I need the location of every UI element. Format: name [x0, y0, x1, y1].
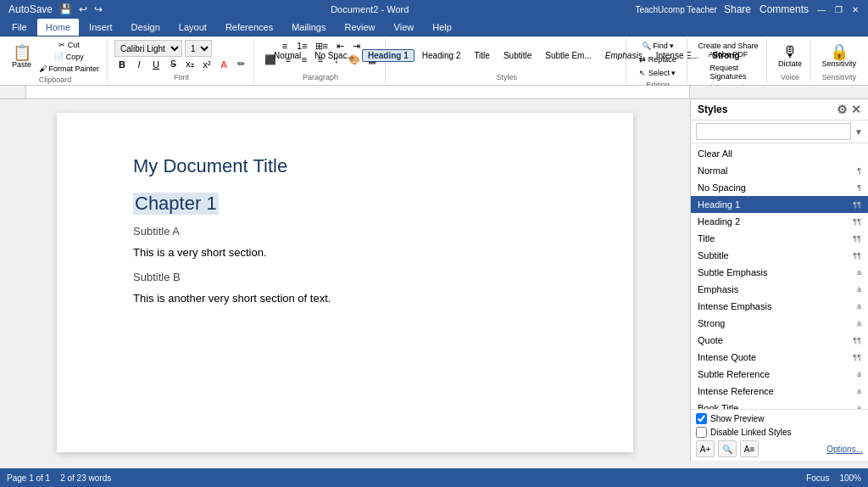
document-title: Document2 - Word	[104, 4, 635, 14]
style-list-item[interactable]: Clear All	[691, 145, 868, 162]
paragraph-label: Paragraph	[303, 71, 338, 81]
dictate-button[interactable]: 🎙 Dictate	[775, 40, 805, 71]
redo-button[interactable]: ↪	[92, 3, 104, 15]
style-list-item[interactable]: Subtitle¶¶	[691, 247, 868, 264]
new-style-button[interactable]: A+	[696, 440, 715, 457]
style-list-item[interactable]: Quote¶¶	[691, 332, 868, 349]
subtitle-b-text: Subtitle B	[133, 271, 557, 283]
style-heading1[interactable]: Heading 1	[362, 49, 415, 62]
paste-button[interactable]: 📋 Paste	[8, 40, 35, 74]
styles-footer: Show Preview Disable Linked Styles A+ 🔍 …	[691, 409, 868, 461]
highlight-button[interactable]: ✏	[233, 58, 248, 70]
restore-button[interactable]: ❐	[832, 3, 844, 15]
replace-button[interactable]: ⇄ Replace	[636, 53, 680, 65]
style-list-item[interactable]: Intense Referencea	[691, 383, 868, 400]
style-item-badge: ¶	[848, 166, 861, 175]
autosave-toggle[interactable]: AutoSave	[7, 3, 54, 15]
italic-button[interactable]: I	[131, 59, 147, 70]
style-list-item[interactable]: Heading 2¶¶	[691, 213, 868, 230]
tab-review[interactable]: Review	[337, 19, 384, 36]
minimize-button[interactable]: —	[815, 3, 827, 15]
style-list-item[interactable]: Title¶¶	[691, 230, 868, 247]
tab-insert[interactable]: Insert	[81, 19, 121, 36]
style-list-item[interactable]: No Spacing¶	[691, 179, 868, 196]
document-page[interactable]: My Document Title Chapter 1 Subtitle A T…	[57, 113, 633, 452]
styles-sort-button[interactable]: ▼	[854, 127, 863, 137]
request-signatures-button[interactable]: RequestSignatures	[706, 62, 749, 82]
tab-help[interactable]: Help	[424, 19, 460, 36]
undo-button[interactable]: ↩	[77, 3, 89, 15]
style-item-name: Title	[698, 233, 848, 244]
style-list-item[interactable]: Intense Quote¶¶	[691, 349, 868, 366]
style-item-name: Quote	[698, 335, 848, 345]
style-list-item[interactable]: Book Titlea	[691, 400, 868, 409]
style-item-name: Heading 1	[698, 199, 848, 210]
tab-layout[interactable]: Layout	[170, 19, 215, 36]
show-preview-checkbox[interactable]	[696, 413, 707, 424]
styles-options-button[interactable]: Options...	[826, 445, 863, 454]
style-subtitle[interactable]: Subtitle	[498, 49, 537, 62]
word-count: 2 of 23 words	[60, 473, 111, 483]
style-list-item[interactable]: Emphasisa	[691, 281, 868, 298]
comments-button[interactable]: Comments	[758, 3, 810, 15]
style-title[interactable]: Title	[468, 49, 496, 62]
superscript-button[interactable]: x²	[199, 59, 214, 70]
manage-styles-button[interactable]: A≡	[740, 440, 759, 457]
show-preview-label: Show Preview	[710, 414, 764, 423]
font-size-select[interactable]: 16	[185, 40, 212, 57]
style-item-badge: ¶¶	[848, 353, 861, 361]
disable-linked-label: Disable Linked Styles	[710, 428, 792, 437]
styles-panel-options-button[interactable]: ⚙	[837, 103, 848, 116]
create-share-adobe-button[interactable]: Create and ShareAdobe PDF	[694, 40, 761, 60]
tab-design[interactable]: Design	[123, 19, 169, 36]
disable-linked-checkbox[interactable]	[696, 427, 707, 438]
style-list-item[interactable]: Subtle Referencea	[691, 366, 868, 383]
subtitle-a-text: Subtitle A	[133, 225, 557, 238]
styles-group-label: Styles	[496, 71, 517, 81]
style-item-name: No Spacing	[698, 182, 848, 193]
style-heading2[interactable]: Heading 2	[416, 49, 467, 62]
tab-home[interactable]: Home	[37, 19, 79, 36]
select-button[interactable]: ↖ Select ▾	[636, 67, 679, 79]
page-info: Page 1 of 1	[7, 473, 50, 483]
save-button[interactable]: 💾	[58, 3, 74, 15]
style-list-item[interactable]: Normal¶	[691, 162, 868, 179]
close-button[interactable]: ✕	[849, 3, 861, 15]
focus-mode[interactable]: Focus	[806, 473, 829, 483]
underline-button[interactable]: U	[148, 59, 164, 70]
subscript-button[interactable]: x₂	[182, 58, 198, 70]
find-button[interactable]: 🔍 Find ▾	[638, 40, 678, 52]
styles-list[interactable]: Clear AllNormal¶No Spacing¶Heading 1¶¶He…	[691, 143, 868, 409]
document-area[interactable]: My Document Title Chapter 1 Subtitle A T…	[0, 99, 690, 461]
zoom-level[interactable]: 100%	[839, 473, 861, 483]
style-item-badge: a	[848, 319, 861, 327]
cut-button[interactable]: ✂ Cut	[36, 40, 102, 50]
share-button[interactable]: Share	[722, 3, 753, 15]
voice-controls: 🎙 Dictate	[775, 40, 805, 71]
font-color-button[interactable]: A	[216, 59, 231, 70]
tab-view[interactable]: View	[386, 19, 423, 36]
styles-panel-close-button[interactable]: ✕	[851, 103, 861, 116]
font-name-select[interactable]: Calibri Light	[114, 40, 182, 57]
tab-file[interactable]: File	[3, 19, 36, 36]
style-normal[interactable]: Normal	[268, 49, 307, 62]
style-list-item[interactable]: Stronga	[691, 315, 868, 332]
tab-mailings[interactable]: Mailings	[283, 19, 334, 36]
bold-button[interactable]: B	[114, 59, 130, 70]
styles-group: Normal No Spac... Heading 1 Heading 2 Ti…	[387, 38, 626, 83]
font-controls: Calibri Light 16 B I U S̶ x₂ x² A ✏	[114, 40, 248, 71]
clipboard-label: Clipboard	[39, 74, 72, 84]
style-list-item[interactable]: Intense Emphasisa	[691, 298, 868, 315]
style-no-spacing[interactable]: No Spac...	[309, 49, 360, 62]
format-painter-button[interactable]: 🖌 Format Painter	[36, 64, 102, 74]
strikethrough-button[interactable]: S̶	[165, 58, 181, 70]
style-item-badge: ¶¶	[848, 234, 861, 243]
styles-search-input[interactable]	[696, 123, 851, 140]
tab-references[interactable]: References	[217, 19, 281, 36]
style-list-item[interactable]: Heading 1¶¶	[691, 196, 868, 213]
inspect-style-button[interactable]: 🔍	[718, 440, 737, 457]
style-subtle-em[interactable]: Subtle Em...	[539, 49, 597, 62]
sensitivity-button[interactable]: 🔒 Sensitivity	[818, 40, 860, 71]
copy-button[interactable]: 📄 Copy	[36, 52, 102, 62]
style-list-item[interactable]: Subtle Emphasisa	[691, 264, 868, 281]
